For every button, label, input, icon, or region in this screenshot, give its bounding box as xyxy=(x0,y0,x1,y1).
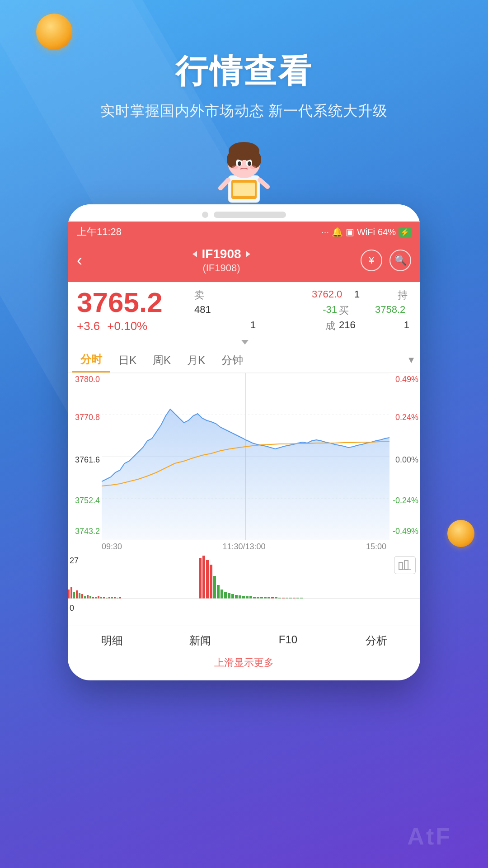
svg-rect-53 xyxy=(221,590,223,599)
chart-x-labels: 09:30 11:30/13:00 15:00 xyxy=(68,540,420,553)
yuan-button[interactable]: ¥ xyxy=(361,250,382,271)
sell-label: 卖 xyxy=(194,288,312,302)
svg-rect-25 xyxy=(404,561,408,570)
volume-chart-icon[interactable] xyxy=(394,556,416,574)
svg-rect-39 xyxy=(100,597,102,599)
svg-rect-30 xyxy=(76,590,78,599)
yuan-icon: ¥ xyxy=(369,255,374,266)
scroll-hint: 上滑显示更多 xyxy=(68,653,420,671)
y-pct-n049: -0.49% xyxy=(393,527,418,536)
battery-pct: 64% xyxy=(378,227,396,237)
price-change-abs: +3.6 xyxy=(77,319,100,333)
x-label-close: 15:00 xyxy=(366,542,386,552)
svg-rect-52 xyxy=(217,585,220,599)
price-section: 3765.2 +3.6 +0.10% 卖 3762.0 1 持 481 -31 … xyxy=(68,282,420,337)
x-label-open: 09:30 xyxy=(102,542,122,552)
svg-rect-2 xyxy=(233,183,255,196)
svg-rect-36 xyxy=(92,597,94,599)
svg-rect-28 xyxy=(70,587,72,599)
tab-分时[interactable]: 分时 xyxy=(72,348,110,373)
svg-rect-43 xyxy=(111,597,113,599)
svg-rect-50 xyxy=(210,565,212,599)
volume-top-label: 27 xyxy=(70,556,79,566)
nav-bar: ‹ IF1908 (IF1908) ¥ 🔍 xyxy=(68,242,420,282)
status-bar: 上午11:28 ··· 🔔 ▣ WiFi 64% ⚡ xyxy=(68,222,420,242)
price-arrow xyxy=(68,337,420,348)
svg-point-12 xyxy=(238,161,241,166)
dropdown-icon xyxy=(241,340,249,344)
volume-label: 成 xyxy=(312,319,339,333)
tab-周K[interactable]: 周K xyxy=(145,349,179,372)
hold-val: 481 xyxy=(194,304,312,317)
price-chart-svg xyxy=(102,373,389,540)
tab-月K[interactable]: 月K xyxy=(179,349,213,372)
sim-icon: ▣ xyxy=(346,226,354,237)
svg-rect-34 xyxy=(87,595,89,599)
buy-price: 3758.2 xyxy=(375,304,411,317)
svg-rect-48 xyxy=(202,556,205,599)
svg-rect-63 xyxy=(257,597,259,599)
svg-point-16 xyxy=(232,165,238,169)
svg-rect-35 xyxy=(89,596,91,599)
price-change: +3.6 +0.10% xyxy=(77,319,185,333)
mascot-figure xyxy=(212,135,276,212)
hold-label: 持 xyxy=(375,288,411,302)
next-symbol-icon[interactable] xyxy=(246,251,250,257)
tab-新闻[interactable]: 新闻 xyxy=(156,632,244,650)
x-label-mid: 11:30/13:00 xyxy=(222,542,265,552)
status-icons: ··· 🔔 ▣ WiFi 64% ⚡ xyxy=(321,226,411,237)
svg-point-8 xyxy=(227,151,238,168)
volume-change: 1 xyxy=(375,319,411,333)
nav-symbol-sub: (IF1908) xyxy=(82,262,361,274)
decorative-orb-right xyxy=(447,520,474,547)
price-change-pct: +0.10% xyxy=(107,319,147,333)
y-label-3770: 3770.8 xyxy=(75,413,100,422)
svg-rect-61 xyxy=(249,596,252,599)
svg-rect-62 xyxy=(253,597,256,599)
y-label-3743: 3743.2 xyxy=(75,527,100,536)
svg-rect-47 xyxy=(199,558,202,599)
nav-symbol: IF1908 xyxy=(202,247,241,261)
y-label-3752: 3752.4 xyxy=(75,496,100,505)
bottom-tabs: 明细 新闻 F10 分析 xyxy=(68,626,420,653)
chart-tabs[interactable]: 分时 日K 周K 月K 分钟 ▼ xyxy=(68,348,420,373)
price-main: 3765.2 +3.6 +0.10% xyxy=(77,288,185,333)
y-labels-left: 3780.0 3770.8 3761.6 3752.4 3743.2 xyxy=(68,373,102,540)
tab-分析[interactable]: 分析 xyxy=(332,632,420,650)
svg-rect-57 xyxy=(235,595,238,599)
chart-tab-more[interactable]: ▼ xyxy=(407,355,416,365)
svg-rect-38 xyxy=(98,596,99,599)
nav-action-icons: ¥ 🔍 xyxy=(361,250,411,271)
sell-price: 3762.0 xyxy=(312,288,339,302)
main-chart-area: 3780.0 3770.8 3761.6 3752.4 3743.2 xyxy=(68,373,420,540)
y-label-3761: 3761.6 xyxy=(75,455,100,465)
alarm-icon: 🔔 xyxy=(332,226,343,237)
hero-subtitle: 实时掌握国内外市场动态 新一代系统大升级 xyxy=(0,101,488,121)
back-button[interactable]: ‹ xyxy=(77,251,82,270)
volume-chart-icon-svg xyxy=(398,559,412,571)
volume-val: 216 xyxy=(339,319,375,333)
svg-rect-33 xyxy=(84,596,86,599)
svg-rect-27 xyxy=(68,590,70,599)
buy-qty: 1 xyxy=(194,319,312,333)
volume-svg xyxy=(68,553,420,612)
nav-symbol-row: IF1908 xyxy=(82,247,361,261)
price-value: 3765.2 xyxy=(77,288,185,316)
tab-分钟[interactable]: 分钟 xyxy=(213,349,251,372)
svg-point-17 xyxy=(250,165,256,169)
svg-rect-56 xyxy=(231,594,234,599)
volume-chart: 27 xyxy=(68,553,420,626)
tab-日K[interactable]: 日K xyxy=(110,349,145,372)
prev-symbol-icon[interactable] xyxy=(192,251,197,257)
svg-rect-60 xyxy=(246,596,249,599)
tab-明细[interactable]: 明细 xyxy=(68,632,156,650)
wifi-icon: WiFi xyxy=(357,227,375,237)
y-pct-n024: -0.24% xyxy=(393,496,418,505)
search-button[interactable]: 🔍 xyxy=(389,250,411,271)
y-label-3780: 3780.0 xyxy=(75,375,100,384)
volume-bottom-label: 0 xyxy=(70,604,74,613)
svg-point-9 xyxy=(250,151,261,168)
tab-f10[interactable]: F10 xyxy=(244,632,332,650)
hero-title: 行情查看 xyxy=(0,50,488,93)
svg-rect-58 xyxy=(239,595,241,599)
